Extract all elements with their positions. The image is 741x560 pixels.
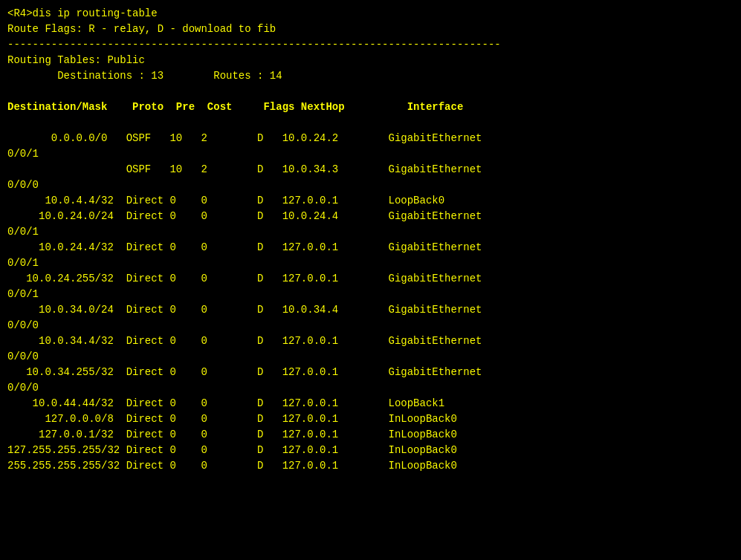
table-row: 127.0.0.1/32 Direct 0 0 D 127.0.0.1 InLo… (7, 427, 734, 443)
table-row-continuation: 0/0/0 (7, 380, 734, 396)
table-row: 10.0.34.0/24 Direct 0 0 D 10.0.34.4 Giga… (7, 302, 734, 318)
prompt-line: <R4>dis ip routing-table (7, 6, 734, 22)
terminal-window: <R4>dis ip routing-table Route Flags: R … (0, 0, 741, 560)
table-row: 10.0.34.255/32 Direct 0 0 D 127.0.0.1 Gi… (7, 365, 734, 380)
table-row: OSPF 10 2 D 10.0.34.3 GigabitEthernet (7, 162, 734, 178)
routing-tables-label: Routing Tables: Public (7, 53, 734, 68)
table-row: 10.0.34.4/32 Direct 0 0 D 127.0.0.1 Giga… (7, 333, 734, 349)
routing-table-rows: 0.0.0.0/0 OSPF 10 2 D 10.0.24.2 GigabitE… (7, 131, 734, 474)
blank2 (7, 115, 734, 131)
table-row-continuation: 0/0/0 (7, 318, 734, 333)
route-flags-line: Route Flags: R - relay, D - download to … (7, 22, 734, 37)
separator-line: ----------------------------------------… (7, 37, 734, 53)
table-row-continuation: 0/0/0 (7, 178, 734, 193)
column-header: Destination/Mask Proto Pre Cost Flags Ne… (7, 100, 734, 115)
table-row: 255.255.255.255/32 Direct 0 0 D 127.0.0.… (7, 458, 734, 474)
table-row: 127.0.0.0/8 Direct 0 0 D 127.0.0.1 InLoo… (7, 411, 734, 427)
table-row: 0.0.0.0/0 OSPF 10 2 D 10.0.24.2 GigabitE… (7, 131, 734, 146)
table-row: 10.0.24.0/24 Direct 0 0 D 10.0.24.4 Giga… (7, 209, 734, 224)
destinations-label: Destinations : 13 Routes : 14 (7, 68, 734, 84)
blank1 (7, 84, 734, 100)
table-row: 10.0.24.4/32 Direct 0 0 D 127.0.0.1 Giga… (7, 240, 734, 255)
table-row: 10.0.24.255/32 Direct 0 0 D 127.0.0.1 Gi… (7, 271, 734, 287)
table-row: 10.0.4.4/32 Direct 0 0 D 127.0.0.1 LoopB… (7, 193, 734, 209)
table-row: 127.255.255.255/32 Direct 0 0 D 127.0.0.… (7, 443, 734, 458)
table-row-continuation: 0/0/1 (7, 255, 734, 271)
table-row-continuation: 0/0/0 (7, 349, 734, 365)
table-row-continuation: 0/0/1 (7, 146, 734, 162)
table-row-continuation: 0/0/1 (7, 287, 734, 302)
table-row-continuation: 0/0/1 (7, 224, 734, 240)
table-row: 10.0.44.44/32 Direct 0 0 D 127.0.0.1 Loo… (7, 396, 734, 411)
